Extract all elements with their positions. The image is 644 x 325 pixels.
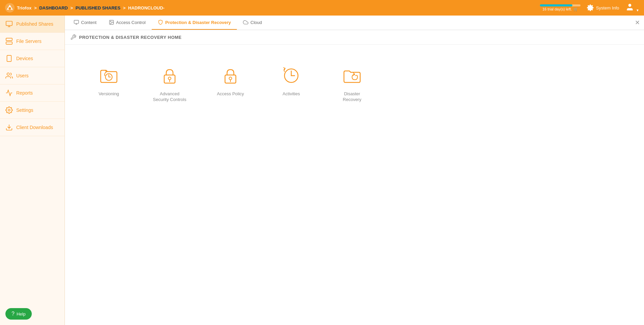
svg-point-17 (110, 21, 111, 22)
tab-cloud[interactable]: Cloud (237, 16, 268, 30)
svg-point-20 (168, 77, 171, 80)
sidebar-bottom: ? Help (0, 303, 65, 325)
sidebar-label-reports: Reports (16, 90, 33, 96)
cloud-icon (243, 20, 248, 25)
main-layout: Published Shares File Servers Devices (0, 16, 644, 325)
sidebar-item-client-downloads[interactable]: Client Downloads (0, 119, 65, 136)
activities-label: Activities (282, 91, 300, 97)
versioning-icon (98, 65, 120, 86)
tab-protection-label: Protection & Disaster Recovery (165, 20, 231, 25)
access-policy-label: Access Policy (217, 91, 244, 97)
sidebar-item-users[interactable]: Users (0, 67, 65, 84)
access-policy-icon (220, 65, 241, 86)
trial-text: 16 trial day(s) left. 🛒 (542, 7, 578, 11)
gear-icon (587, 4, 594, 11)
sidebar-label-devices: Devices (16, 56, 33, 61)
sidebar-label-client-downloads: Client Downloads (16, 125, 53, 130)
breadcrumb-home-text: PROTECTION & DISASTER RECOVERY HOME (79, 35, 182, 40)
tab-cloud-label: Cloud (250, 20, 262, 25)
header-breadcrumb: Triofox > DASHBOARD > PUBLISHED SHARES >… (17, 5, 165, 10)
sidebar-item-file-servers[interactable]: File Servers (0, 33, 65, 50)
cart-icon[interactable]: 🛒 (573, 7, 578, 11)
user-menu-button[interactable]: ▼ (625, 3, 639, 13)
advanced-security-icon (159, 65, 180, 86)
image-icon (109, 20, 114, 25)
sidebar: Published Shares File Servers Devices (0, 16, 65, 325)
svg-rect-4 (6, 38, 12, 41)
sidebar-item-reports[interactable]: Reports (0, 84, 65, 102)
svg-point-1 (8, 7, 11, 10)
trial-progress-fill (540, 4, 572, 6)
sidebar-label-settings: Settings (16, 107, 33, 113)
sidebar-label-users: Users (16, 73, 29, 78)
devices-icon (5, 55, 13, 62)
header-left: Triofox > DASHBOARD > PUBLISHED SHARES >… (5, 3, 165, 13)
system-info-button[interactable]: System Info (587, 4, 619, 11)
file-servers-icon (5, 38, 13, 45)
published-shares-icon (5, 20, 13, 28)
svg-point-2 (628, 4, 631, 7)
svg-rect-5 (6, 42, 12, 44)
breadcrumb-section: PROTECTION & DISASTER RECOVERY HOME (65, 30, 644, 45)
triofox-logo (5, 3, 15, 13)
svg-point-11 (8, 109, 10, 111)
content-area: Content Access Control Protection & Disa… (65, 16, 644, 325)
settings-icon (5, 106, 13, 114)
help-circle-icon: ? (11, 311, 15, 317)
activities-icon (280, 65, 302, 86)
shield-icon (158, 20, 163, 25)
sidebar-item-devices[interactable]: Devices (0, 50, 65, 67)
header: Triofox > DASHBOARD > PUBLISHED SHARES >… (0, 0, 644, 16)
disaster-recovery-icon (341, 65, 363, 86)
wrench-icon (70, 34, 76, 40)
versioning-label: Versioning (99, 91, 119, 97)
sidebar-label-file-servers: File Servers (16, 39, 42, 44)
sidebar-item-published-shares[interactable]: Published Shares (0, 16, 65, 33)
tab-content-label: Content (81, 20, 97, 25)
tab-access-control[interactable]: Access Control (103, 16, 152, 30)
users-icon (5, 72, 13, 79)
activities-item[interactable]: Activities (274, 65, 308, 97)
trial-progress-bar (540, 4, 580, 6)
access-policy-item[interactable]: Access Policy (214, 65, 247, 97)
advanced-security-item[interactable]: Advanced Security Controls (153, 65, 187, 103)
system-info-label: System Info (596, 5, 619, 10)
tabs-bar: Content Access Control Protection & Disa… (65, 16, 644, 30)
tab-close-button[interactable]: ✕ (635, 20, 640, 26)
svg-rect-13 (74, 20, 78, 23)
breadcrumb-dashboard[interactable]: DASHBOARD (39, 5, 68, 10)
versioning-item[interactable]: Versioning (92, 65, 126, 97)
advanced-security-label: Advanced Security Controls (153, 91, 187, 103)
client-downloads-icon (5, 124, 13, 131)
sidebar-item-settings[interactable]: Settings (0, 102, 65, 119)
svg-point-23 (229, 77, 232, 80)
trial-info: 16 trial day(s) left. 🛒 (540, 4, 580, 11)
svg-rect-3 (6, 21, 12, 26)
disaster-recovery-item[interactable]: Disaster Recovery (335, 65, 369, 103)
app-name: Triofox (17, 5, 31, 10)
sidebar-label-published-shares: Published Shares (16, 21, 53, 27)
tab-content[interactable]: Content (68, 16, 103, 30)
help-button[interactable]: ? Help (5, 308, 32, 320)
svg-point-10 (7, 73, 9, 75)
tab-access-control-label: Access Control (116, 20, 146, 25)
header-right: 16 trial day(s) left. 🛒 System Info ▼ (540, 3, 639, 13)
tab-protection[interactable]: Protection & Disaster Recovery (152, 16, 237, 30)
icons-grid: Versioning Advanced Security Controls (65, 45, 644, 123)
disaster-recovery-label: Disaster Recovery (335, 91, 369, 103)
breadcrumb-hadroncloud: HADRONCLOUD- (128, 5, 165, 10)
reports-icon (5, 89, 13, 97)
user-icon (625, 3, 634, 11)
breadcrumb-published-shares[interactable]: PUBLISHED SHARES (76, 5, 121, 10)
monitor-icon (74, 20, 79, 25)
